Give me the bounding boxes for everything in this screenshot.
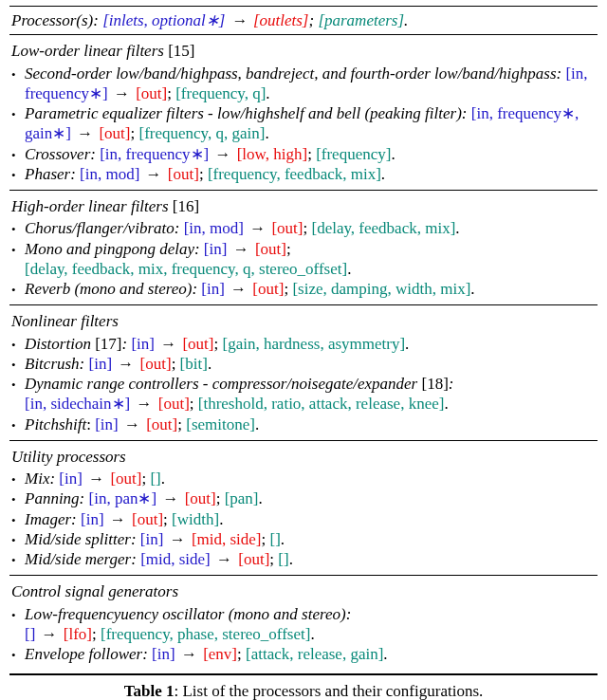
item-outlets: [env] [203,645,237,663]
terminator: . [383,645,387,663]
item-params: [frequency, q, gain] [138,124,265,142]
list-item-body: Chorus/flanger/vibrato: [in, mod] → [out… [25,218,598,238]
list-item: •Chorus/flanger/vibrato: [in, mod] → [ou… [9,218,598,238]
item-outlets: [low, high] [237,145,307,163]
item-inlets: [in] [204,240,228,258]
item-outlets: [out] [136,84,167,102]
list-item: •Mono and pingpong delay: [in] → [out]; … [9,239,598,280]
bullet-icon: • [11,488,25,508]
table-caption: Table 1: List of the processors and thei… [9,675,598,700]
bullet-icon: • [11,529,25,549]
item-name: Phaser: [25,165,76,183]
item-outlets: [out] [158,395,190,413]
section-title-text: Utility processors [11,448,126,466]
item-outlets: [out] [132,510,163,528]
item-outlets: [out] [252,280,284,298]
list-item-body: Low-frequencyuency oscillator (mono and … [25,604,598,645]
item-params: [frequency] [316,145,391,163]
semicolon: ; [237,645,246,663]
section-title-text: Nonlinear filters [11,312,119,330]
list-item-body: Imager: [in] → [out]; [width]. [25,509,598,529]
arrow-icon: → [108,84,137,102]
list-item-body: Mix: [in] → [out]; []. [25,469,598,488]
item-outlets: [out] [168,165,199,183]
list-item: •Phaser: [in, mod] → [out]; [frequency, … [9,164,598,184]
item-inlets: [in, sidechain∗] [25,395,130,413]
section: Control signal generators•Low-frequencyu… [9,576,598,670]
section-title-text: High-order linear filters [11,197,169,215]
terminator: . [266,84,269,102]
item-outlets: [mid, side] [192,530,262,548]
item-params: [] [278,550,288,568]
item-params: [delay, feedback, mix] [311,219,455,237]
section: Utility processors•Mix: [in] → [out]; []… [9,441,598,576]
item-params: [frequency, feedback, mix] [208,165,381,183]
header-inlets: [inlets, optional∗] [102,11,225,29]
item-outlets: [out] [255,240,286,258]
item-params: [bit] [180,355,208,373]
item-inlets: [in, pan∗] [89,489,157,507]
list-item-body: Phaser: [in, mod] → [out]; [frequency, f… [25,164,598,184]
terminator: . [405,335,409,353]
list-item: •Reverb (mono and stereo): [in] → [out];… [9,279,598,299]
item-inlets: [in] [140,530,164,548]
item-outlets: [out] [238,550,269,568]
arrow-icon: → [209,145,237,163]
list-item-body: Mono and pingpong delay: [in] → [out]; [… [25,239,598,280]
list-item: •Second-order low/band/highpass, bandrej… [9,64,598,104]
section-ref: [15] [164,42,195,60]
section-ref: [16] [169,197,200,215]
semicolon: ; [172,355,180,373]
item-name: Mid/side merger: [25,550,137,568]
arrow-icon: → [227,240,255,258]
terminator: . [281,530,285,548]
item-inlets: [in] [59,470,83,488]
header-params: [parameters] [318,11,404,29]
arrow-icon: → [211,550,239,568]
item-name: Dynamic range controllers - compressor/n… [25,375,417,393]
arrow-icon: → [104,510,133,528]
terminator: . [255,415,259,433]
item-params: [semitone] [186,415,255,433]
arrow-icon: → [130,395,158,413]
item-outlets: [out] [185,489,216,507]
bullet-icon: • [11,374,25,414]
section-title-text: Low-order linear filters [11,42,164,60]
terminator: . [391,145,395,163]
terminator: . [208,355,212,373]
list-item: •Low-frequencyuency oscillator (mono and… [9,604,598,645]
bullet-icon: • [11,549,25,569]
semicolon: ; [199,165,208,183]
item-name: Distortion [25,335,91,353]
bullet-icon: • [11,644,25,664]
terminator: . [444,395,448,413]
list-item: •Mid/side merger: [mid, side] → [out]; [… [9,549,598,569]
item-inlets: [in] [81,510,104,528]
item-name: Envelope follower: [25,645,148,663]
item-name: Pitchshift [25,415,86,433]
item-name: Panning: [25,489,84,507]
item-params: [attack, release, gain] [246,645,383,663]
item-params: [threshold, ratio, attack, release, knee… [198,395,445,413]
item-inlets: [] [25,625,35,643]
semicolon: ; [177,415,186,433]
terminator: . [161,470,165,488]
bullet-icon: • [11,103,25,144]
list-item-body: Crossover: [in, frequency∗] → [low, high… [25,144,598,164]
sections-container: Low-order linear filters [15]•Second-ord… [9,34,598,670]
item-outlets: [out] [140,355,172,373]
bullet-icon: • [11,144,25,164]
list-item: •Bitcrush: [in] → [out]; [bit]. [9,354,598,374]
arrow-icon: → [244,219,272,237]
list-item-body: Dynamic range controllers - compressor/n… [25,374,598,414]
bullet-icon: • [11,414,25,434]
item-outlets: [lfo] [64,625,92,643]
arrow-icon: → [230,11,249,29]
item-name: Chorus/flanger/vibrato: [25,219,179,237]
terminator: . [265,124,268,142]
terminator: . [455,219,459,237]
caption-label: Table 1 [124,682,175,700]
terminator: . [381,165,385,183]
item-colon: : [449,375,454,393]
item-params: [] [150,470,160,488]
